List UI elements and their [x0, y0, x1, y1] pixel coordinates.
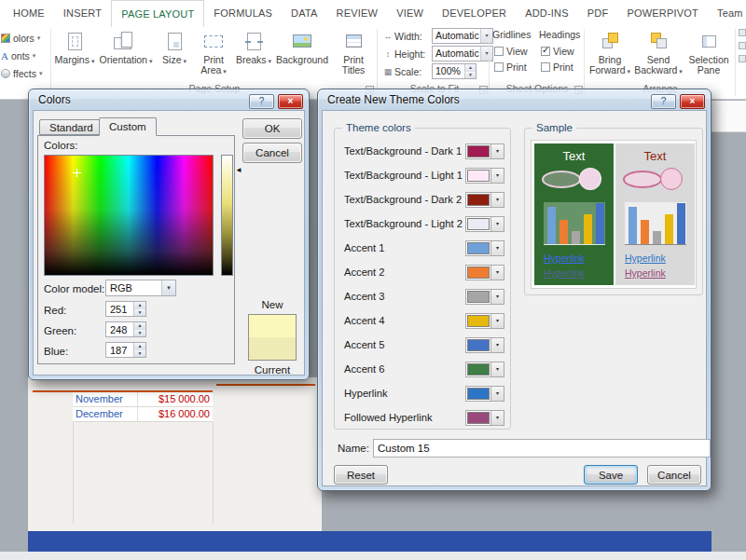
tab-standard[interactable]: Standard [39, 119, 104, 135]
month-cell[interactable]: December [73, 407, 138, 421]
theme-fonts-button[interactable]: A onts ▾ [0, 47, 48, 64]
chevron-down-icon: ▾ [490, 314, 504, 328]
name-label: Name: [338, 443, 369, 454]
save-button[interactable]: Save [584, 465, 638, 485]
print-area-button[interactable]: Print Area [194, 27, 233, 81]
light1-color-dropdown[interactable]: ▾ [465, 168, 504, 184]
arrange-group: Bring Forward Send Backward Selection Pa… [587, 27, 733, 81]
colors-label: Colors: [44, 140, 77, 151]
theme-effects-label: ffects [13, 68, 36, 79]
chevron-down-icon: ▾ [490, 144, 504, 158]
tab-powerpivot[interactable]: POWERPIVOT [617, 0, 708, 27]
value-cell[interactable]: $15 000.00 [138, 392, 213, 406]
theme-color-row: Text/Background - Light 2 ▾ [335, 216, 510, 233]
theme-color-label: Accent 5 [344, 339, 385, 350]
send-backward-button[interactable]: Send Backward [634, 27, 683, 81]
luminance-arrow-icon: ◄ [235, 166, 242, 174]
headings-print-checkbox[interactable]: Print [541, 61, 573, 73]
help-button[interactable]: ? [249, 94, 274, 109]
margins-button[interactable]: Margins [54, 27, 95, 81]
accent3-color-dropdown[interactable]: ▾ [465, 289, 504, 305]
close-button[interactable]: × [278, 94, 303, 109]
tab-formulas[interactable]: FORMULAS [204, 0, 282, 27]
accent5-color-dropdown[interactable]: ▾ [465, 337, 504, 353]
cancel-button[interactable]: Cancel [242, 143, 302, 163]
color-swatch [467, 242, 490, 254]
gridlines-view-checkbox[interactable]: View [494, 46, 528, 57]
print-titles-button[interactable]: Print Titles [332, 27, 375, 81]
chevron-down-icon: ▾ [490, 338, 504, 352]
color-gradient-picker[interactable] [44, 155, 214, 276]
ellipse-shape [542, 171, 581, 188]
scale-stepper[interactable]: 100% ▲▼ [432, 63, 477, 79]
month-cell[interactable]: November [73, 392, 138, 406]
tab-pdf[interactable]: PDF [578, 0, 618, 27]
tab-team[interactable]: Team [708, 0, 746, 27]
tab-developer[interactable]: DEVELOPER [433, 0, 516, 27]
theme-color-row: Text/Background - Dark 1 ▾ [335, 143, 510, 160]
button-label: Print Area [194, 55, 233, 76]
background-button[interactable]: Background [274, 27, 330, 81]
ok-button[interactable]: OK [242, 118, 302, 139]
tab-data[interactable]: DATA [282, 0, 327, 27]
tab-view[interactable]: VIEW [387, 0, 433, 27]
cancel-button[interactable]: Cancel [647, 465, 701, 485]
orientation-button[interactable]: Orientation [97, 27, 155, 81]
accent2-color-dropdown[interactable]: ▾ [465, 265, 504, 280]
table-row[interactable]: December $16 000.00 [73, 407, 213, 422]
color-swatch [467, 266, 490, 279]
theme-dialog-titlebar[interactable]: Create New Theme Colors ? × [318, 89, 711, 110]
dark1-color-dropdown[interactable]: ▾ [465, 143, 504, 159]
new-current-swatch [248, 314, 297, 361]
tab-insert[interactable]: INSERT [54, 0, 111, 27]
theme-name-input[interactable] [373, 439, 711, 458]
value-cell[interactable]: $16 000.00 [138, 407, 213, 421]
sample-group: Sample Text [524, 128, 703, 295]
checkbox-icon [541, 47, 550, 56]
tab-add-ins[interactable]: ADD-INS [516, 0, 578, 27]
color-swatch [467, 145, 490, 157]
chevron-down-icon: ▾ [490, 387, 504, 401]
blue-stepper[interactable]: 187 ▲▼ [105, 342, 146, 358]
width-select[interactable]: Automatic ▾ [432, 28, 493, 44]
tab-review[interactable]: REVIEW [327, 0, 388, 27]
theme-colors-button[interactable]: olors ▾ [0, 29, 48, 47]
tab-page-layout[interactable]: PAGE LAYOUT [111, 0, 204, 27]
close-button[interactable]: × [680, 94, 705, 109]
gridlines-print-checkbox[interactable]: Print [494, 61, 527, 73]
light2-color-dropdown[interactable]: ▾ [465, 216, 504, 232]
theme-effects-button[interactable]: ffects ▾ [0, 64, 48, 82]
hyperlink-color-dropdown[interactable]: ▾ [465, 386, 504, 402]
dark2-color-dropdown[interactable]: ▾ [465, 192, 504, 208]
followed-hyperlink-color-dropdown[interactable]: ▾ [465, 410, 504, 426]
accent6-color-dropdown[interactable]: ▾ [465, 362, 504, 377]
size-button[interactable]: Size [157, 27, 192, 81]
accent4-color-dropdown[interactable]: ▾ [465, 313, 504, 329]
help-button[interactable]: ? [651, 94, 676, 109]
tab-home[interactable]: HOME [4, 0, 54, 27]
chart-bar [560, 220, 568, 244]
headings-view-checkbox[interactable]: View [541, 46, 574, 57]
theme-fonts-icon: A [1, 51, 8, 61]
button-label: Orientation [100, 55, 153, 66]
luminance-slider[interactable] [221, 155, 233, 276]
spinner-arrows-icon: ▲▼ [133, 322, 145, 336]
green-stepper[interactable]: 248 ▲▼ [105, 321, 146, 337]
selection-pane-button[interactable]: Selection Pane [684, 27, 733, 81]
width-label: Width: [394, 31, 432, 42]
selection-pane-icon [684, 29, 733, 53]
theme-color-label: Text/Background - Dark 1 [344, 145, 462, 157]
accent1-color-dropdown[interactable]: ▾ [465, 240, 504, 256]
chevron-down-icon: ▾ [480, 47, 492, 61]
table-row[interactable]: November $15 000.00 [73, 392, 213, 407]
color-model-select[interactable]: RGB ▾ [105, 280, 176, 296]
breaks-button[interactable]: Breaks [235, 27, 272, 81]
reset-button[interactable]: Reset [334, 465, 388, 485]
height-icon: ↕ [382, 49, 394, 59]
bring-forward-button[interactable]: Bring Forward [587, 27, 632, 81]
tab-custom[interactable]: Custom [99, 117, 157, 136]
colors-dialog-titlebar[interactable]: Colors ? × [29, 89, 309, 110]
spinner-arrows-icon: ▲▼ [133, 343, 145, 357]
height-select[interactable]: Automatic ▾ [432, 46, 493, 61]
red-stepper[interactable]: 251 ▲▼ [105, 301, 146, 317]
